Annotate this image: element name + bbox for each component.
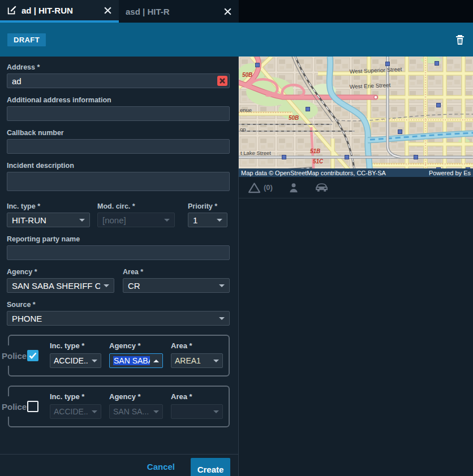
alerts-toggle[interactable]: (0)	[248, 182, 273, 193]
edit-icon	[7, 5, 17, 15]
unit-area-select	[171, 404, 223, 419]
incident-description-label: Incident description	[7, 162, 230, 170]
incident-description-input[interactable]	[7, 172, 230, 191]
inc-type-value: HIT-RUN	[12, 215, 46, 225]
tab-bar: ad | HIT-RUN asd | HIT-R	[0, 0, 473, 23]
chevron-down-icon	[92, 410, 97, 413]
cancel-button[interactable]: Cancel	[147, 462, 175, 471]
priority-select[interactable]: 1	[188, 213, 227, 227]
address-input[interactable]	[7, 73, 230, 88]
close-tab-icon[interactable]	[104, 6, 112, 15]
incident-header: DRAFT	[0, 23, 473, 57]
tab-title: asd | HIT-R	[126, 7, 219, 16]
map-motorway-end	[374, 96, 377, 99]
map-toolbar: (0)	[239, 177, 473, 198]
police-checkbox[interactable]	[27, 401, 38, 412]
street-label: enue	[240, 107, 252, 113]
delete-draft-icon[interactable]	[454, 34, 466, 46]
shield-label: 50B	[242, 72, 252, 78]
area-label: Area *	[123, 268, 230, 276]
street-label: t Lake Street	[240, 150, 271, 156]
map-panel: West Superior Street West Erie Street t …	[239, 57, 473, 476]
unit-inc-type-label: Inc. type *	[50, 341, 101, 350]
address-error-icon[interactable]	[217, 76, 227, 86]
address-field-group: Address *	[7, 63, 230, 88]
map-powered-by: Powered by Es	[429, 170, 471, 176]
mod-circ-value: [none]	[102, 215, 126, 225]
priority-value: 1	[193, 215, 197, 225]
tab-incident-1[interactable]: ad | HIT-RUN	[0, 0, 119, 23]
unit-inc-type-select: ACCIDE...	[50, 404, 101, 419]
unit-area-value: AREA1	[175, 356, 201, 365]
close-tab-icon[interactable]	[223, 7, 232, 16]
shield-label: 50B	[289, 115, 299, 121]
source-value: PHONE	[12, 314, 42, 323]
mod-circ-label: Mod. circ. *	[97, 202, 175, 210]
reporting-party-input[interactable]	[7, 245, 230, 260]
chevron-down-icon	[219, 284, 225, 287]
persons-toggle[interactable]	[288, 182, 299, 193]
unit-area-select[interactable]: AREA1	[171, 353, 223, 368]
unit-agency-label: Agency *	[109, 392, 163, 401]
incident-description-field-group: Incident description	[7, 162, 230, 193]
agency-label: Agency *	[7, 268, 114, 276]
chevron-down-icon	[153, 410, 159, 413]
reporting-party-label: Reporting party name	[7, 235, 230, 243]
agency-value: SAN SABA SHERIFF O...	[12, 281, 100, 291]
street-label: on	[240, 126, 246, 132]
unit-agency-value: SAN SA...	[113, 407, 149, 416]
chevron-down-icon	[213, 360, 219, 362]
unit-area-label: Area *	[171, 392, 223, 401]
unit-agency-select: SAN SA...	[109, 404, 163, 419]
mod-circ-select: [none]	[97, 213, 175, 227]
create-button[interactable]: Create	[191, 458, 230, 476]
incident-form-panel: Address * Additional address information…	[0, 57, 239, 476]
unit-area-label: Area *	[171, 341, 223, 350]
chevron-down-icon	[219, 317, 225, 320]
additional-address-field-group: Additional address information	[7, 96, 230, 121]
additional-address-input[interactable]	[7, 106, 230, 121]
chevron-up-icon	[153, 360, 159, 362]
car-icon	[315, 182, 329, 193]
unit-agency-value: SAN SABA	[113, 356, 150, 365]
source-label: Source *	[7, 301, 230, 309]
map-attribution: Map data © OpenStreetMap contributors, C…	[241, 170, 386, 176]
unit-inc-type-value: ACCIDE...	[54, 407, 88, 416]
callback-input[interactable]	[7, 139, 230, 154]
tab-title: ad | HIT-RUN	[22, 6, 99, 15]
person-icon	[288, 182, 299, 193]
shield-label: 51B	[310, 148, 320, 154]
police-unit-group-2: Police Inc. type * ACCIDE... Agency * SA…	[8, 386, 230, 427]
address-label: Address *	[7, 63, 230, 71]
police-unit-group-1: Police Inc. type * ACCIDE... Agency * SA	[8, 335, 230, 377]
chevron-down-icon	[104, 284, 109, 287]
unit-inc-type-value: ACCIDE...	[54, 356, 88, 365]
additional-address-label: Additional address information	[7, 96, 230, 104]
map-canvas[interactable]: West Superior Street West Erie Street t …	[239, 57, 473, 177]
alert-count: (0)	[264, 183, 273, 192]
map-render: West Superior Street West Erie Street t …	[239, 57, 473, 177]
inc-type-label: Inc. type *	[7, 202, 90, 210]
inc-type-select[interactable]: HIT-RUN	[7, 213, 90, 227]
unit-inc-type-label: Inc. type *	[50, 392, 101, 401]
callback-label: Callback number	[7, 129, 230, 137]
chevron-down-icon	[217, 219, 222, 222]
unit-agency-select[interactable]: SAN SABA	[109, 353, 163, 368]
right-panel-empty-area	[239, 198, 473, 476]
chevron-down-icon	[213, 410, 219, 413]
unit-inc-type-select[interactable]: ACCIDE...	[50, 353, 101, 368]
unit-agency-label: Agency *	[109, 341, 163, 350]
agency-select[interactable]: SAN SABA SHERIFF O...	[7, 278, 114, 293]
status-badge: DRAFT	[7, 33, 46, 46]
chevron-down-icon	[92, 360, 97, 362]
police-checkbox[interactable]	[27, 350, 38, 361]
source-select[interactable]: PHONE	[7, 311, 230, 326]
area-select[interactable]: CR	[123, 278, 230, 293]
area-value: CR	[128, 281, 140, 291]
police-group-label: Police	[2, 351, 27, 361]
warning-triangle-icon	[248, 182, 261, 193]
reporting-party-field-group: Reporting party name	[7, 235, 230, 260]
chevron-down-icon	[164, 219, 170, 222]
tab-incident-2[interactable]: asd | HIT-R	[119, 0, 239, 23]
vehicles-toggle[interactable]	[315, 182, 329, 193]
